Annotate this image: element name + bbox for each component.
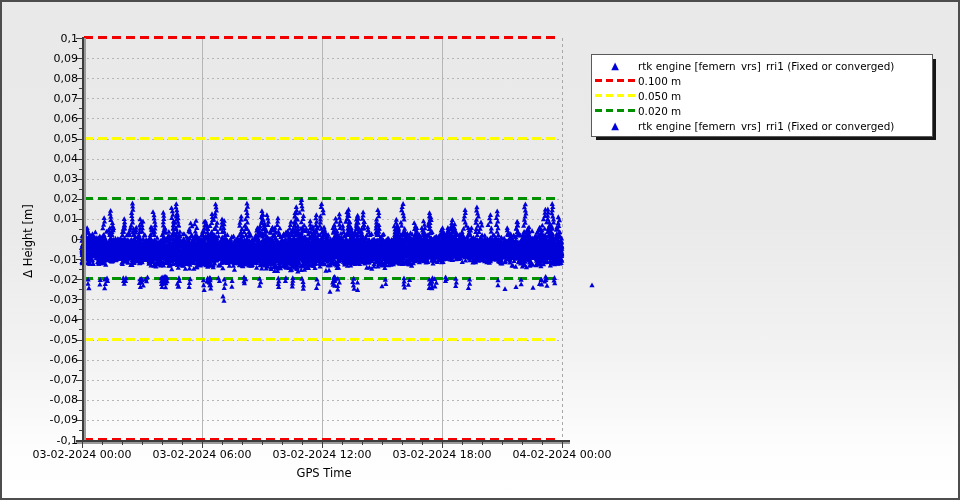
y-tick-label: 0,1 <box>2 32 78 45</box>
y-tick-label: -0,08 <box>2 393 78 406</box>
dashed-line-icon <box>595 79 635 82</box>
y-tick-label: -0,1 <box>2 434 78 447</box>
y-tick-label: 0,07 <box>2 92 78 105</box>
dashed-line-icon <box>592 94 638 97</box>
legend: ▲rtk engine [femern_vrs]_rri1 (Fixed or … <box>591 54 933 137</box>
y-tick-label: -0,06 <box>2 353 78 366</box>
chart-window: 0,10,090,080,070,060,050,040,030,020,010… <box>0 0 960 500</box>
y-tick-label: 0 <box>2 233 78 246</box>
y-tick-label: -0,09 <box>2 413 78 426</box>
dashed-line-icon <box>595 94 635 97</box>
y-axis-title: Δ Height [m] <box>21 204 35 277</box>
legend-item: ▲rtk engine [femern_vrs]_rri1 (Fixed or … <box>592 58 932 73</box>
y-tick-label: -0,04 <box>2 313 78 326</box>
legend-item-label: rtk engine [femern_vrs]_rri1 (Fixed or c… <box>638 120 894 132</box>
legend-item: ▲rtk engine [femern_vrs]_rri1 (Fixed or … <box>592 118 932 133</box>
triangle-marker-icon: ▲ <box>611 121 619 131</box>
y-tick-label: -0,07 <box>2 373 78 386</box>
x-tick-label: 03-02-2024 00:00 <box>17 448 147 461</box>
y-tick-label: -0,02 <box>2 273 78 286</box>
x-tick-label: 04-02-2024 00:00 <box>497 448 627 461</box>
y-tick-label: 0,01 <box>2 212 78 225</box>
legend-item: 0.100 m <box>592 73 932 88</box>
y-tick-label: 0,06 <box>2 112 78 125</box>
y-tick-label: 0,09 <box>2 52 78 65</box>
y-tick-label: 0,08 <box>2 72 78 85</box>
legend-item-label: 0.020 m <box>638 105 681 117</box>
y-tick-label: -0,01 <box>2 253 78 266</box>
dashed-line-icon <box>592 79 638 82</box>
x-tick-label: 03-02-2024 18:00 <box>377 448 507 461</box>
y-tick-label: 0,02 <box>2 192 78 205</box>
y-tick-label: 0,03 <box>2 172 78 185</box>
x-tick-label: 03-02-2024 06:00 <box>137 448 267 461</box>
x-tick-label: 03-02-2024 12:00 <box>257 448 387 461</box>
legend-item: 0.050 m <box>592 88 932 103</box>
y-tick-label: -0,03 <box>2 293 78 306</box>
y-tick-label: 0,05 <box>2 132 78 145</box>
legend-item-label: 0.050 m <box>638 90 681 102</box>
triangle-marker-icon: ▲ <box>592 61 638 71</box>
legend-item-label: rtk engine [femern_vrs]_rri1 (Fixed or c… <box>638 60 894 72</box>
legend-item: 0.020 m <box>592 103 932 118</box>
x-axis-title: GPS Time <box>224 466 424 480</box>
y-tick-label: 0,04 <box>2 152 78 165</box>
y-tick-label: -0,05 <box>2 333 78 346</box>
triangle-marker-icon: ▲ <box>592 121 638 131</box>
legend-item-label: 0.100 m <box>638 75 681 87</box>
dashed-line-icon <box>592 109 638 112</box>
triangle-marker-icon: ▲ <box>611 61 619 71</box>
dashed-line-icon <box>595 109 635 112</box>
